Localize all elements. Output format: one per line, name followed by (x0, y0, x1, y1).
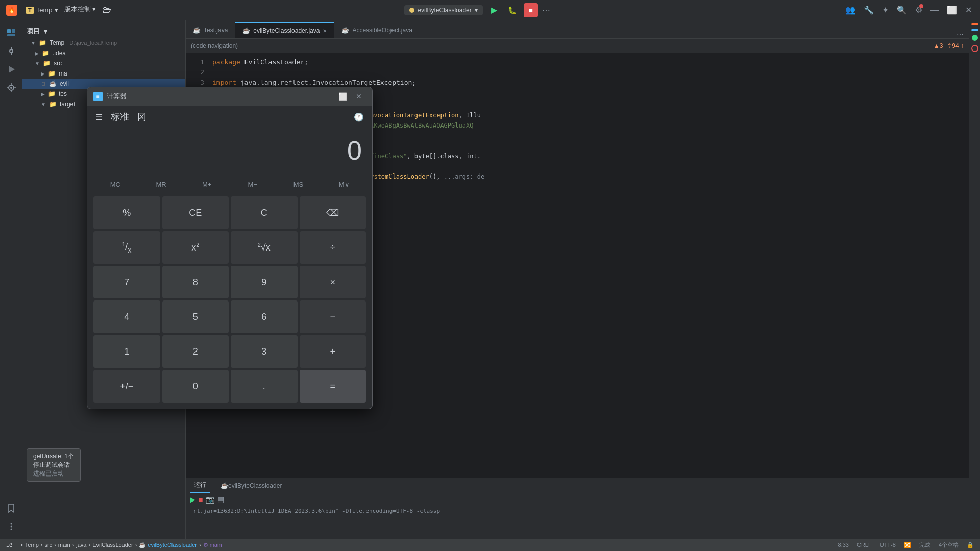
bottom-tab-evilbyte[interactable]: ☕ evilByteClassloader (216, 478, 286, 493)
stop-button[interactable]: ■ (524, 3, 538, 17)
bottom-tab-run[interactable]: 运行 (190, 478, 210, 493)
calc-0-button[interactable]: 0 (162, 370, 229, 403)
project-label: 项目 (27, 27, 40, 36)
right-sidebar-dot (972, 35, 978, 41)
tab-close-evilbyte[interactable]: ✕ (323, 28, 327, 34)
calculator-window: ≡ 计算器 — ⬜ ✕ ☰ 标准 冈 🕐 0 MC MR M+ M− MS M∨… (87, 87, 373, 409)
calc-4-button[interactable]: 4 (93, 300, 160, 333)
settings-icon[interactable]: ⚙ (913, 3, 924, 17)
sidebar-item-bookmarks[interactable] (3, 500, 19, 516)
run-button[interactable]: ▶ (487, 3, 501, 17)
vcs-status[interactable]: ⎇ (6, 542, 13, 548)
sidebar-item-more[interactable] (3, 518, 19, 535)
users-icon[interactable]: 👥 (843, 3, 857, 17)
calc-mode-icon[interactable]: 冈 (137, 111, 146, 123)
calc-history-button[interactable]: 🕐 (354, 112, 364, 122)
calc-reciprocal-button[interactable]: 1/x (93, 231, 160, 264)
debug-button[interactable]: 🐛 (505, 3, 520, 17)
app-logo: 🔥 (6, 5, 17, 16)
calc-9-button[interactable]: 9 (231, 266, 298, 298)
run-config-indicator (409, 8, 414, 13)
calc-negate-button[interactable]: +/− (93, 370, 160, 403)
calc-sqrt-button[interactable]: 2√x (231, 231, 298, 264)
sidebar-item-debug[interactable] (3, 80, 19, 96)
bottom-controls: ▶ ■ 📷 ▤ (186, 493, 969, 506)
file-tree-ma[interactable]: ▶ 📁 ma (22, 68, 185, 79)
file-tree-root[interactable]: ▼ 📁 Temp D:\java_local\Temp (22, 38, 185, 48)
top-bar-right: 👥 🔧 ✦ 🔍 ⚙ — ⬜ ✕ (843, 3, 974, 17)
search-icon[interactable]: 🔍 (895, 3, 909, 17)
calc-ms-button[interactable]: MS (277, 174, 321, 194)
calc-hamburger-icon[interactable]: ☰ (95, 112, 103, 122)
calc-minimize-button[interactable]: — (319, 89, 333, 104)
calc-equals-button[interactable]: = (300, 370, 366, 403)
console-icon-bottom[interactable]: ▤ (217, 495, 224, 504)
calc-square-button[interactable]: x2 (162, 231, 229, 264)
file-tree-header: 项目 ▾ (22, 24, 185, 38)
status-bar-right: 8:33 CRLF UTF-8 🔀 完成 4个空格 🔒 (838, 541, 974, 549)
status-breadcrumb: • Temp › src › main › java › EvilClassLo… (21, 542, 222, 548)
file-tree-src[interactable]: ▼ 📁 src (22, 58, 185, 68)
calc-1-button[interactable]: 1 (93, 335, 160, 368)
line-ending[interactable]: CRLF (857, 542, 872, 548)
calc-8-button[interactable]: 8 (162, 266, 229, 298)
maximize-icon[interactable]: ⬜ (945, 3, 959, 17)
run-config[interactable]: evilByteClassloader ▾ (404, 5, 482, 15)
more-options[interactable]: ⋯ (542, 5, 550, 15)
tests-arrow: ▶ (41, 91, 45, 97)
calc-titlebar: ≡ 计算器 — ⬜ ✕ (87, 87, 372, 106)
indent-status[interactable]: 4个空格 (939, 541, 959, 549)
tab-evilbyte-java[interactable]: ☕ evilByteClassloader.java ✕ (235, 22, 334, 38)
calc-decimal-button[interactable]: . (231, 370, 298, 403)
calc-mminus-button[interactable]: M− (231, 174, 275, 194)
calc-close-button[interactable]: ✕ (352, 89, 366, 104)
project-menu[interactable]: T Temp ▾ (26, 5, 58, 15)
calc-5-button[interactable]: 5 (162, 300, 229, 333)
calc-divide-button[interactable]: ÷ (300, 231, 366, 264)
folder-icon-root: 📁 (39, 39, 46, 46)
cursor-position: 8:33 (838, 542, 849, 548)
calc-multiply-button[interactable]: × (300, 266, 366, 298)
calc-7-button[interactable]: 7 (93, 266, 160, 298)
sidebar-item-run[interactable] (3, 61, 19, 78)
calc-minus-button[interactable]: − (300, 300, 366, 333)
calc-c-button[interactable]: C (231, 196, 298, 229)
folder-icon-ma: 📁 (48, 70, 56, 77)
tab-accessible-java[interactable]: ☕ AccessibleObject.java (334, 22, 420, 38)
calc-3-button[interactable]: 3 (231, 335, 298, 368)
camera-icon-bottom[interactable]: 📷 (206, 495, 214, 504)
play-icon-bottom[interactable]: ▶ (190, 495, 195, 504)
calc-ce-button[interactable]: CE (162, 196, 229, 229)
minimize-icon[interactable]: — (928, 4, 941, 17)
calc-plus-button[interactable]: + (300, 335, 366, 368)
calc-mview-button[interactable]: M∨ (322, 174, 366, 194)
calc-backspace-button[interactable]: ⌫ (300, 196, 366, 229)
close-icon[interactable]: ✕ (963, 3, 974, 17)
stop-icon-bottom[interactable]: ■ (199, 495, 203, 504)
vcs-menu[interactable]: 版本控制 ▾ (64, 5, 96, 15)
tools-icon[interactable]: 🔧 (862, 3, 876, 17)
calc-restore-button[interactable]: ⬜ (335, 89, 350, 104)
calc-header: ☰ 标准 冈 🕐 (93, 106, 366, 127)
tabs-more-button[interactable]: ⋯ (951, 30, 969, 38)
bottom-panel: 运行 ☕ evilByteClassloader ▶ ■ 📷 ▤ _rt.jar… (186, 478, 969, 539)
sidebar-item-project[interactable] (3, 24, 19, 41)
folder-menu[interactable]: 🗁 (102, 5, 111, 15)
calc-mplus-button[interactable]: M+ (185, 174, 229, 194)
calc-6-button[interactable]: 6 (231, 300, 298, 333)
file-tree-idea[interactable]: ▶ 📁 .idea (22, 48, 185, 58)
calc-mr-button[interactable]: MR (139, 174, 183, 194)
svg-point-13 (10, 523, 12, 525)
svg-point-14 (10, 526, 12, 528)
tab-icon-evilbyte: ☕ (242, 27, 250, 34)
breadcrumb: (code navigation) (191, 42, 238, 49)
calc-mode-label: 标准 (111, 111, 129, 123)
plugins-icon[interactable]: ✦ (880, 3, 891, 17)
calc-2-button[interactable]: 2 (162, 335, 229, 368)
tab-test-java[interactable]: ☕ Test.java (186, 22, 235, 38)
calc-percent-button[interactable]: % (93, 196, 160, 229)
encoding[interactable]: UTF-8 (880, 542, 896, 548)
calc-mc-button[interactable]: MC (93, 174, 137, 194)
sidebar-item-commit[interactable] (3, 43, 19, 59)
code-line-1: 1 package EvilClassLoader; (194, 57, 961, 67)
